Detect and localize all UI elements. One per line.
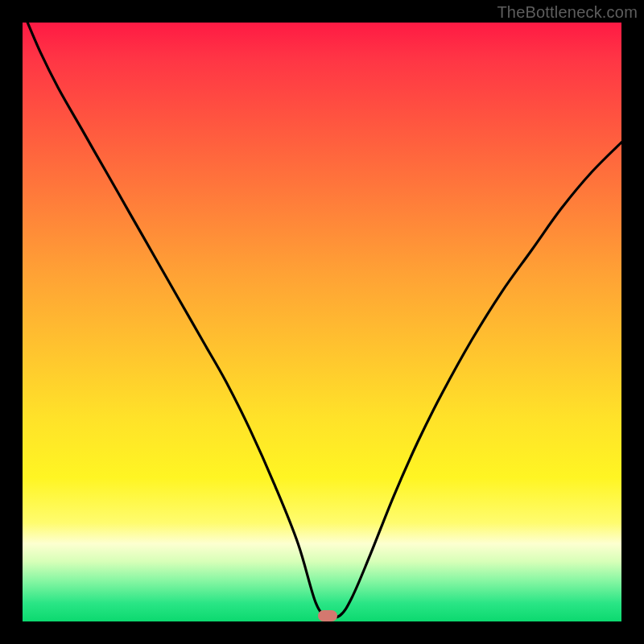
- watermark-text: TheBottleneck.com: [497, 3, 638, 22]
- bottleneck-curve: [23, 23, 621, 621]
- chart-frame: TheBottleneck.com: [0, 0, 644, 644]
- minimum-marker: [318, 610, 337, 621]
